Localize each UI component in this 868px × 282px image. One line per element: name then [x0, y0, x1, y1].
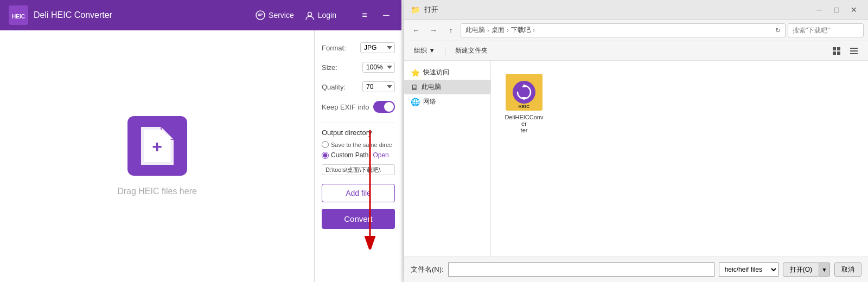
- quality-label: Quality:: [322, 83, 346, 91]
- quality-row: Quality: 70 80 90 100: [322, 78, 395, 95]
- open-link[interactable]: Open: [373, 151, 388, 159]
- login-nav-item[interactable]: Login: [305, 10, 336, 20]
- explorer-main: HEIC DeliHEICConverter: [491, 61, 868, 257]
- size-label: Size:: [322, 63, 337, 72]
- drop-text: Drag HEIC files here: [117, 187, 197, 196]
- filename-input[interactable]: [448, 262, 714, 277]
- folder-icon: 📁: [411, 5, 420, 14]
- format-label: Format:: [322, 44, 346, 52]
- organize-button[interactable]: 组织 ▼: [411, 44, 438, 57]
- custom-path-label: Custom Path: [331, 151, 368, 159]
- drop-icon: +: [127, 116, 187, 176]
- save-same-row: Save to the same direc: [322, 141, 395, 148]
- open-arrow-button[interactable]: ▼: [819, 262, 830, 277]
- title-bar: HEIC Deli HEIC Converter Service Login ≡: [0, 0, 401, 30]
- explorer-toolbar: ← → ↑ 此电脑 › 桌面 › 下载吧 › ↻: [404, 20, 868, 41]
- svg-rect-13: [850, 53, 858, 54]
- output-section: Output directory Save to the same direc …: [322, 123, 395, 175]
- save-same-label: Save to the same direc: [331, 142, 392, 148]
- svg-rect-12: [850, 50, 858, 52]
- network-icon: 🌐: [411, 98, 420, 106]
- file-plus-icon: +: [138, 124, 176, 168]
- svg-rect-9: [833, 52, 836, 55]
- filetype-select[interactable]: heic/heif files: [719, 262, 778, 277]
- svg-point-3: [308, 12, 311, 16]
- search-input[interactable]: [788, 23, 864, 37]
- address-sep-2: ›: [507, 27, 509, 34]
- heic-label: HEIC: [506, 104, 542, 109]
- heic-icon-inner: [513, 81, 535, 104]
- app-title: Deli HEIC Converter: [34, 10, 256, 20]
- up-button[interactable]: ↑: [443, 23, 458, 38]
- new-folder-button[interactable]: 新建文件夹: [452, 44, 491, 57]
- network-label: 网络: [423, 97, 436, 106]
- explorer-body: ⭐ 快速访问 🖥 此电脑 🌐 网络: [404, 61, 868, 257]
- explorer-minimize-button[interactable]: ─: [812, 2, 827, 17]
- svg-point-2: [256, 11, 265, 20]
- svg-rect-10: [837, 52, 840, 55]
- sidebar-item-network[interactable]: 🌐 网络: [404, 94, 490, 109]
- new-folder-label: 新建文件夹: [455, 46, 488, 55]
- app-content: + Drag HEIC files here Format: JPG PNG W…: [0, 30, 401, 282]
- file-item-deli-heic[interactable]: HEIC DeliHEICConverter: [500, 69, 548, 138]
- explorer-window: 📁 打开 ─ □ ✕ ← → ↑ 此电脑 › 桌面 › 下载吧 › ↻ 组织 ▼…: [404, 0, 868, 282]
- address-part-2: 桌面: [492, 25, 505, 35]
- forward-button[interactable]: →: [426, 23, 441, 38]
- save-same-radio[interactable]: [322, 141, 329, 148]
- address-sep-3: ›: [533, 27, 535, 34]
- exif-toggle[interactable]: [373, 101, 395, 113]
- user-icon: [305, 10, 315, 20]
- sidebar-item-this-pc[interactable]: 🖥 此电脑: [404, 80, 490, 94]
- cancel-button[interactable]: 取消: [834, 262, 861, 277]
- address-bar[interactable]: 此电脑 › 桌面 › 下载吧 › ↻: [461, 23, 786, 37]
- explorer-close-button[interactable]: ✕: [846, 2, 861, 17]
- sidebar-item-quick-access[interactable]: ⭐ 快速访问: [404, 65, 490, 80]
- filename-label: 文件名(N):: [411, 265, 444, 274]
- output-title: Output directory: [322, 129, 395, 137]
- format-row: Format: JPG PNG WEBP: [322, 39, 395, 56]
- service-nav-item[interactable]: Service: [256, 10, 294, 20]
- explorer-command-bar: 组织 ▼ 新建文件夹: [404, 41, 868, 61]
- organize-label: 组织 ▼: [414, 46, 435, 55]
- back-button[interactable]: ←: [409, 23, 424, 38]
- settings-panel: Format: JPG PNG WEBP Size: 100% 75% 50% …: [315, 30, 401, 282]
- custom-path-radio[interactable]: [322, 152, 329, 159]
- cmd-separator: [445, 47, 445, 55]
- address-part-1: 此电脑: [465, 25, 485, 35]
- svg-text:HEIC: HEIC: [12, 14, 25, 20]
- address-part-3: 下载吧: [511, 25, 531, 35]
- details-icon: [850, 47, 858, 55]
- quality-select[interactable]: 70 80 90 100: [362, 81, 395, 92]
- menu-button[interactable]: ≡: [358, 9, 371, 22]
- svg-text:+: +: [152, 142, 161, 159]
- this-pc-label: 此电脑: [422, 82, 441, 92]
- drop-area[interactable]: + Drag HEIC files here: [0, 30, 315, 282]
- view-controls: [829, 45, 861, 57]
- address-sep-1: ›: [487, 27, 489, 34]
- explorer-title-controls: ─ □ ✕: [812, 2, 861, 17]
- app-window: HEIC Deli HEIC Converter Service Login ≡: [0, 0, 401, 282]
- explorer-bottom: 文件名(N): heic/heif files 打开(O) ▼ 取消: [404, 257, 868, 282]
- app-logo: HEIC: [9, 5, 28, 25]
- explorer-title: 打开: [424, 5, 438, 15]
- path-input[interactable]: [322, 164, 395, 175]
- quick-access-icon: ⭐: [411, 68, 420, 77]
- add-file-button[interactable]: Add file: [322, 184, 395, 202]
- custom-path-row: Custom Path Open: [322, 151, 395, 159]
- title-bar-controls: ≡ ─: [358, 9, 393, 22]
- this-pc-icon: 🖥: [411, 83, 418, 92]
- explorer-maximize-button[interactable]: □: [829, 2, 844, 17]
- title-bar-nav: Service Login ≡ ─: [256, 9, 393, 22]
- heic-app-icon: HEIC: [506, 74, 542, 111]
- view-toggle-button[interactable]: [829, 45, 844, 57]
- minimize-button[interactable]: ─: [380, 9, 393, 22]
- size-select[interactable]: 100% 75% 50%: [362, 62, 395, 73]
- convert-button[interactable]: Convert: [322, 209, 395, 229]
- svg-rect-8: [837, 47, 840, 50]
- format-select[interactable]: JPG PNG WEBP: [360, 42, 395, 53]
- open-label: 打开(O): [790, 265, 812, 274]
- open-btn-group: 打开(O) ▼: [783, 262, 830, 277]
- open-button[interactable]: 打开(O): [783, 262, 819, 277]
- refresh-button[interactable]: ↻: [775, 27, 781, 34]
- view-details-button[interactable]: [846, 45, 861, 57]
